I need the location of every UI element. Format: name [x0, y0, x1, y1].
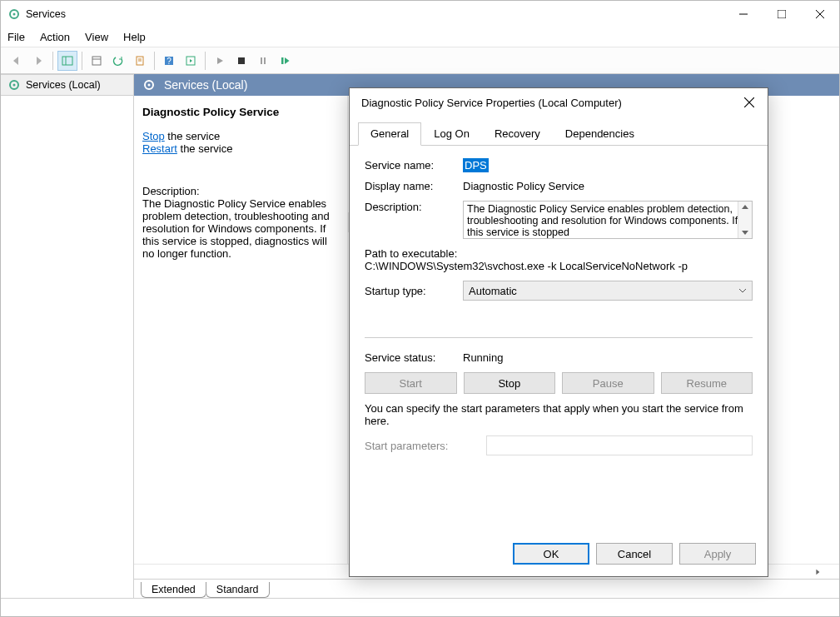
pane-header-text: Services (Local)	[164, 78, 247, 92]
stop-service-line: Stop the service	[142, 130, 339, 142]
minimize-button[interactable]	[724, 1, 763, 27]
refresh-button[interactable]	[108, 51, 128, 71]
svg-point-1	[13, 13, 16, 16]
svg-rect-3	[778, 10, 786, 18]
chevron-down-icon	[738, 285, 747, 297]
menu-action[interactable]: Action	[40, 31, 70, 43]
value-service-name: DPS	[463, 159, 753, 172]
toolbar-separator	[82, 52, 82, 70]
services-icon	[7, 78, 21, 92]
maximize-button[interactable]	[763, 1, 801, 27]
ok-button[interactable]: OK	[513, 543, 589, 565]
start-button[interactable]: Start	[365, 372, 457, 394]
label-start-params: Start parameters:	[365, 440, 478, 452]
label-description: Description:	[365, 201, 455, 213]
cancel-button[interactable]: Cancel	[596, 543, 673, 565]
dialog-tabs: General Log On Recovery Dependencies	[350, 117, 768, 146]
label-startup-type: Startup type:	[365, 285, 455, 297]
services-window: Services File Action View Help ?	[0, 0, 840, 617]
tab-extended[interactable]: Extended	[141, 582, 206, 598]
back-button[interactable]	[7, 51, 27, 71]
close-button[interactable]	[801, 1, 839, 27]
dialog-title: Diagnostic Policy Service Properties (Lo…	[361, 97, 739, 109]
show-hide-tree-button[interactable]	[57, 51, 77, 71]
start-params-hint: You can specify the start parameters tha…	[365, 402, 753, 427]
restart-service-button[interactable]	[275, 51, 295, 71]
description-label: Description:	[142, 185, 339, 197]
tab-general[interactable]: General	[358, 122, 421, 146]
value-display-name: Diagnostic Policy Service	[463, 180, 753, 192]
svg-rect-18	[264, 57, 266, 64]
stop-service-button[interactable]	[231, 51, 251, 71]
service-control-buttons: Start Stop Pause Resume	[365, 372, 753, 394]
description-pane: Diagnostic Policy Service Stop the servi…	[134, 96, 347, 564]
stop-link[interactable]: Stop	[142, 130, 165, 142]
view-tabs: Extended Standard	[134, 579, 839, 598]
toolbar-separator	[52, 52, 53, 70]
start-params-input	[486, 435, 753, 455]
properties-dialog: Diagnostic Policy Service Properties (Lo…	[349, 87, 768, 577]
apply-button[interactable]: Apply	[679, 543, 756, 565]
svg-rect-19	[281, 57, 284, 64]
tab-standard[interactable]: Standard	[206, 582, 270, 598]
titlebar: Services	[1, 1, 839, 27]
startup-type-dropdown[interactable]: Automatic	[463, 281, 753, 301]
menubar: File Action View Help	[1, 27, 839, 47]
toolbar: ?	[1, 47, 839, 74]
svg-text:?: ?	[167, 57, 171, 66]
properties-button[interactable]	[87, 51, 107, 71]
resume-button[interactable]: Resume	[661, 372, 753, 394]
label-path: Path to executable:	[365, 247, 753, 260]
dialog-body: Service name: DPS Display name: Diagnost…	[350, 146, 768, 535]
divider	[365, 337, 753, 338]
menu-file[interactable]: File	[7, 31, 25, 43]
svg-rect-16	[238, 57, 245, 64]
svg-rect-6	[62, 57, 72, 65]
dialog-actions: OK Cancel Apply	[350, 535, 768, 576]
description-textbox[interactable]: The Diagnostic Policy Service enables pr…	[463, 201, 753, 239]
value-path: C:\WINDOWS\System32\svchost.exe -k Local…	[365, 260, 753, 272]
value-service-status: Running	[463, 351, 753, 364]
export-list-button[interactable]	[130, 51, 150, 71]
run-button[interactable]	[181, 51, 201, 71]
tab-dependencies[interactable]: Dependencies	[553, 122, 647, 146]
label-service-status: Service status:	[365, 351, 455, 364]
dialog-titlebar: Diagnostic Policy Service Properties (Lo…	[350, 88, 768, 117]
window-title: Services	[26, 8, 724, 20]
description-scrollbar[interactable]	[738, 202, 752, 238]
toolbar-separator	[154, 52, 155, 70]
svg-rect-17	[261, 57, 262, 64]
label-service-name: Service name:	[365, 159, 455, 172]
pause-service-button[interactable]	[253, 51, 273, 71]
statusbar	[1, 598, 839, 616]
description-text: The Diagnostic Policy Service enables pr…	[142, 197, 339, 260]
console-tree: Services (Local)	[1, 74, 134, 598]
services-app-icon	[7, 7, 21, 21]
svg-rect-8	[92, 57, 101, 65]
help-button[interactable]: ?	[159, 51, 179, 71]
restart-link[interactable]: Restart	[142, 142, 177, 155]
pause-button[interactable]: Pause	[562, 372, 654, 394]
start-service-button[interactable]	[210, 51, 230, 71]
stop-button[interactable]: Stop	[464, 372, 556, 394]
window-controls	[724, 1, 839, 27]
dialog-close-button[interactable]	[739, 92, 759, 112]
svg-point-21	[13, 84, 16, 87]
label-display-name: Display name:	[365, 180, 455, 192]
svg-point-23	[148, 84, 151, 87]
toolbar-separator	[205, 52, 206, 70]
tree-item-label: Services (Local)	[26, 79, 101, 91]
tree-item-services-local[interactable]: Services (Local)	[1, 74, 133, 96]
menu-help[interactable]: Help	[123, 31, 146, 43]
tab-recovery[interactable]: Recovery	[482, 122, 553, 146]
services-icon	[142, 78, 156, 92]
selected-service-name: Diagnostic Policy Service	[142, 106, 339, 118]
menu-view[interactable]: View	[85, 31, 108, 43]
restart-service-line: Restart the service	[142, 142, 339, 155]
forward-button[interactable]	[28, 51, 48, 71]
tab-log-on[interactable]: Log On	[421, 122, 482, 146]
